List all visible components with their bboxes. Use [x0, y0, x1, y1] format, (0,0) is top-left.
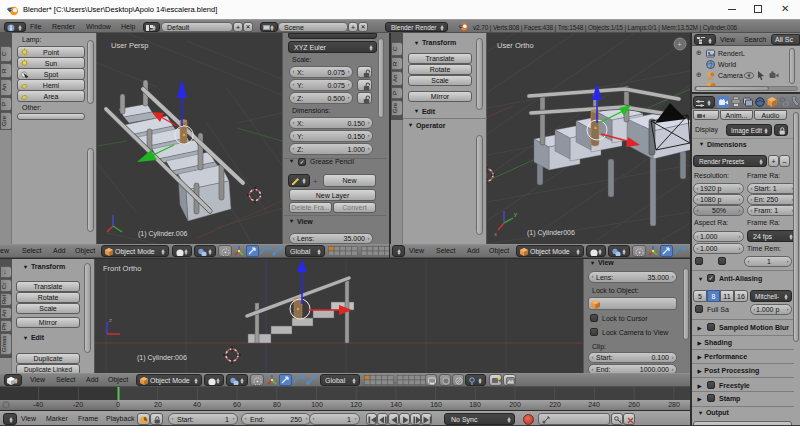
svg-text:280: 280 — [668, 401, 680, 408]
svg-text:20: 20 — [154, 401, 162, 408]
svg-text:180: 180 — [469, 401, 481, 408]
svg-text:y: y — [514, 211, 517, 217]
svg-text:x: x — [494, 231, 497, 237]
svg-text:140: 140 — [390, 401, 402, 408]
svg-text:(1) Cylinder.006: (1) Cylinder.006 — [138, 230, 188, 238]
svg-text:(1) Cylinder:006: (1) Cylinder:006 — [137, 354, 187, 362]
svg-text:200: 200 — [509, 401, 521, 408]
svg-text:+: + — [678, 41, 682, 48]
svg-text:(1) Cylinder006: (1) Cylinder006 — [527, 229, 575, 237]
svg-text:User Persp: User Persp — [111, 41, 149, 50]
svg-text:60: 60 — [233, 401, 241, 408]
svg-text:User Ortho: User Ortho — [497, 41, 534, 50]
svg-text:-40: -40 — [33, 401, 43, 408]
svg-text:z: z — [109, 317, 112, 323]
svg-text:0: 0 — [116, 401, 120, 408]
svg-text:Front Ortho: Front Ortho — [103, 264, 141, 273]
svg-text:160: 160 — [430, 401, 442, 408]
svg-text:40: 40 — [193, 401, 201, 408]
svg-text:-20: -20 — [73, 401, 83, 408]
svg-text:80: 80 — [273, 401, 281, 408]
svg-text:260: 260 — [628, 401, 640, 408]
svg-text:220: 220 — [549, 401, 561, 408]
svg-text:100: 100 — [311, 401, 323, 408]
svg-text:120: 120 — [350, 401, 362, 408]
svg-text:240: 240 — [588, 401, 600, 408]
